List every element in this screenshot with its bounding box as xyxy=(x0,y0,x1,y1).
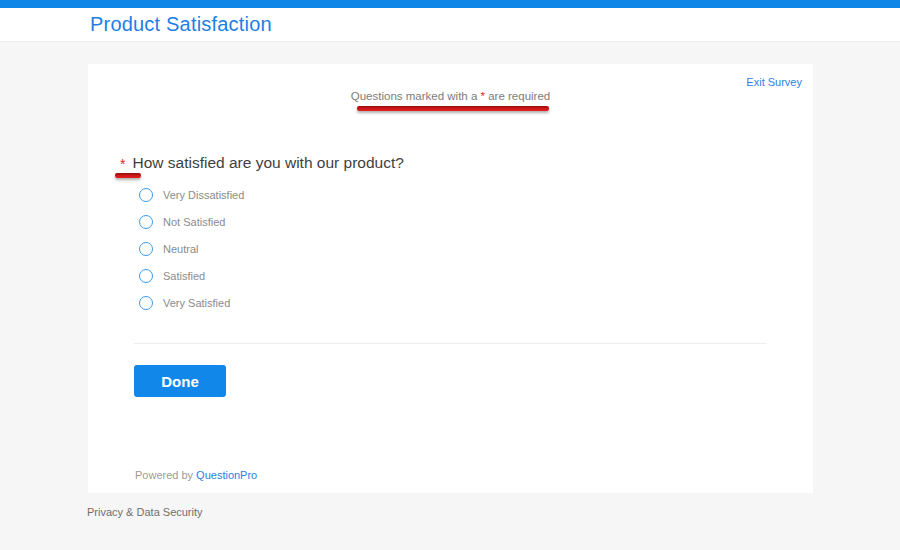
radio-option-very-satisfied[interactable]: Very Satisfied xyxy=(139,289,244,316)
question-required-asterisk: * xyxy=(120,156,125,172)
radio-option-not-satisfied[interactable]: Not Satisfied xyxy=(139,208,244,235)
option-label[interactable]: Not Satisfied xyxy=(163,216,225,228)
done-button[interactable]: Done xyxy=(134,365,226,397)
radio-button-icon[interactable] xyxy=(139,188,153,202)
question-row: * How satisfied are you with our product… xyxy=(120,154,404,172)
radio-button-icon[interactable] xyxy=(139,242,153,256)
exit-survey-link[interactable]: Exit Survey xyxy=(746,76,802,88)
section-divider xyxy=(134,343,767,344)
required-note-suffix: are required xyxy=(485,90,550,102)
radio-option-very-dissatisfied[interactable]: Very Dissatisfied xyxy=(139,181,244,208)
required-note-underline-annotation xyxy=(357,106,549,111)
option-label[interactable]: Neutral xyxy=(163,243,198,255)
question-asterisk-underline-annotation xyxy=(115,173,141,178)
radio-button-icon[interactable] xyxy=(139,269,153,283)
option-label[interactable]: Satisfied xyxy=(163,270,205,282)
answer-options: Very Dissatisfied Not Satisfied Neutral … xyxy=(139,181,244,316)
questionpro-brand-link[interactable]: QuestionPro xyxy=(196,469,257,481)
page-title: Product Satisfaction xyxy=(90,13,272,36)
radio-button-icon[interactable] xyxy=(139,296,153,310)
option-label[interactable]: Very Satisfied xyxy=(163,297,230,309)
page-header: Product Satisfaction xyxy=(0,8,900,42)
required-note: Questions marked with a * are required xyxy=(88,90,813,102)
radio-button-icon[interactable] xyxy=(139,215,153,229)
option-label[interactable]: Very Dissatisfied xyxy=(163,189,244,201)
top-accent-bar xyxy=(0,0,900,8)
powered-by: Powered byQuestionPro xyxy=(135,469,257,481)
powered-by-prefix: Powered by xyxy=(135,469,193,481)
question-text: How satisfied are you with our product? xyxy=(132,154,403,172)
required-note-prefix: Questions marked with a xyxy=(351,90,481,102)
radio-option-neutral[interactable]: Neutral xyxy=(139,235,244,262)
radio-option-satisfied[interactable]: Satisfied xyxy=(139,262,244,289)
survey-card: Exit Survey Questions marked with a * ar… xyxy=(88,64,813,493)
privacy-data-security-link[interactable]: Privacy & Data Security xyxy=(87,506,203,518)
